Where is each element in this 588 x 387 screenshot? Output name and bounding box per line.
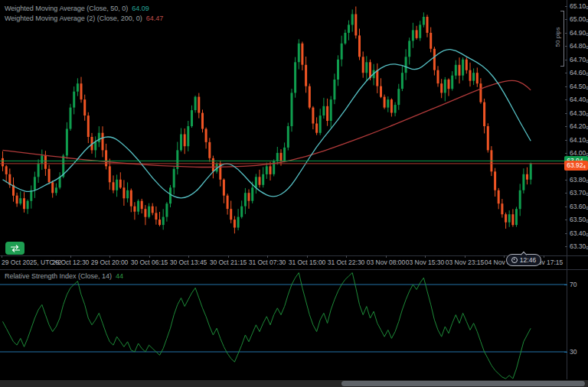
countdown-time: 12:46 [520, 256, 536, 264]
rsi-lower-level-label: 30 [570, 348, 577, 356]
time-axis[interactable]: 29 Oct 2025, UTC+229 Oct 12:3029 Oct 20:… [0, 255, 588, 269]
rsi-legend-row[interactable]: Relative Strength Index (Close, 14) 44 [5, 272, 123, 280]
candlestick-chart-canvas[interactable] [0, 0, 567, 255]
trading-chart-window: Weighted Moving Average (Close, 50, 0) 6… [0, 0, 588, 387]
scroll-to-recent-button[interactable] [5, 242, 24, 255]
price-axis[interactable]: 65.10065.00064.90064.80064.70064.60064.5… [567, 0, 588, 379]
scrollbar-thumb[interactable] [341, 381, 585, 386]
horizontal-scrollbar[interactable] [0, 380, 588, 387]
rsi-upper-level-label: 70 [570, 281, 577, 288]
wma50-label: Weighted Moving Average (Close, 50, 0) [5, 5, 128, 12]
rsi-value: 44 [116, 272, 123, 280]
rsi-lower-tick [564, 352, 567, 353]
clock-icon [511, 257, 518, 263]
wma200-label: Weighted Moving Average (2) (Close, 200,… [5, 15, 142, 22]
wma200-legend-row[interactable]: Weighted Moving Average (2) (Close, 200,… [5, 13, 163, 23]
pips-range-label: 50 pips [554, 24, 561, 51]
wma50-legend-row[interactable]: Weighted Moving Average (Close, 50, 0) 6… [5, 3, 163, 13]
indicator-legend: Weighted Moving Average (Close, 50, 0) 6… [5, 3, 163, 23]
wma50-value: 64.09 [132, 5, 149, 12]
pips-bracket-line [564, 11, 564, 66]
pips-bracket-tick-top [560, 11, 564, 11]
pips-bracket-tick-bottom [560, 66, 564, 67]
swap-arrows-icon [9, 244, 21, 253]
rsi-chart-canvas[interactable] [0, 269, 567, 379]
rsi-upper-tick [564, 285, 567, 285]
wma200-value: 64.47 [146, 15, 164, 22]
price-tag-current: 63.924 [564, 161, 588, 171]
countdown-tooltip: 12:46 [506, 254, 541, 266]
rsi-label: Relative Strength Index (Close, 14) [5, 272, 112, 280]
